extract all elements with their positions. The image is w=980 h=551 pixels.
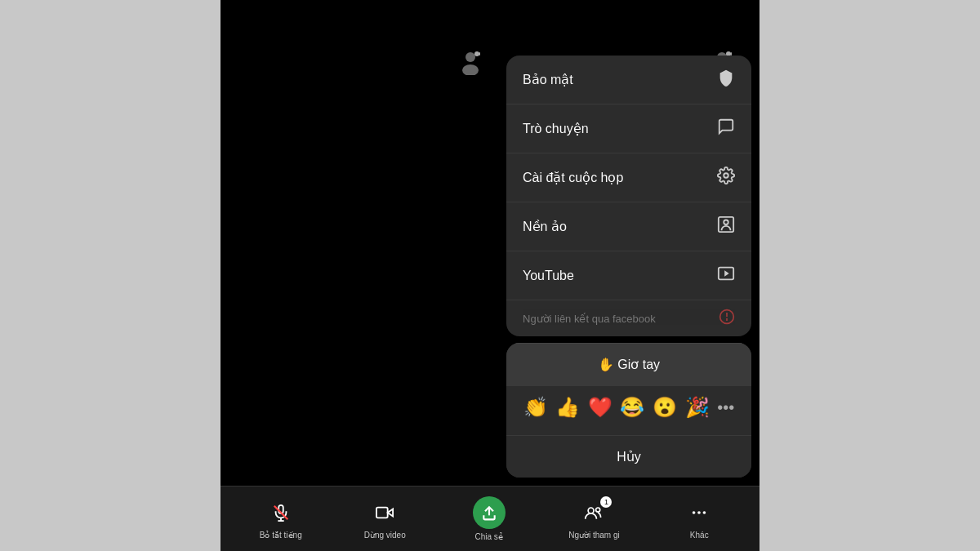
svg-point-8 xyxy=(724,220,728,225)
toolbar-mute[interactable]: Bỏ tắt tiếng xyxy=(256,498,305,540)
menu-item-chat[interactable]: Trò chuyện xyxy=(506,104,751,153)
raise-hand-button[interactable]: ✋ Giơ tay xyxy=(506,343,751,385)
menu-item-settings[interactable]: Cài đặt cuộc họp xyxy=(506,153,751,202)
svg-point-22 xyxy=(596,508,600,512)
svg-point-25 xyxy=(703,511,706,514)
context-panel: Bảo mật Trò chuyện xyxy=(506,56,751,478)
menu-item-youtube[interactable]: YouTube xyxy=(506,251,751,300)
toolbar-video[interactable]: Dừng video xyxy=(360,498,409,540)
chat-icon xyxy=(717,118,735,140)
svg-point-23 xyxy=(693,511,696,514)
participants-badge: 1 xyxy=(600,496,612,508)
person-square-icon xyxy=(717,216,735,238)
svg-point-0 xyxy=(466,52,475,62)
svg-rect-19 xyxy=(376,508,388,518)
video-icon xyxy=(370,498,399,527)
menu-item-virtual-bg[interactable]: Nền ảo xyxy=(506,202,751,251)
share-icon xyxy=(473,496,506,529)
toolbar-participants[interactable]: 1 Người tham gi xyxy=(568,498,620,540)
svg-point-24 xyxy=(697,511,701,514)
emoji-laugh[interactable]: 😂 xyxy=(620,396,644,419)
phone-frame: Bảo mật Trò chuyện xyxy=(220,0,760,551)
svg-marker-10 xyxy=(724,270,729,276)
gear-icon xyxy=(717,167,735,189)
bottom-toolbar: Bỏ tắt tiếng Dừng video xyxy=(220,486,760,551)
cancel-button[interactable]: Hủy xyxy=(506,435,751,478)
participant-icon-left xyxy=(457,49,483,81)
link-icon xyxy=(719,309,735,329)
svg-point-1 xyxy=(462,64,479,75)
emoji-clap[interactable]: 👏 xyxy=(523,396,548,419)
emoji-thumbsup[interactable]: 👍 xyxy=(555,396,580,419)
menu-section: Bảo mật Trò chuyện xyxy=(506,56,751,336)
svg-marker-18 xyxy=(388,509,393,516)
more-icon xyxy=(684,498,714,527)
mic-muted-icon xyxy=(266,498,296,527)
svg-point-6 xyxy=(724,173,728,178)
emoji-more-button[interactable]: ••• xyxy=(717,398,734,417)
participants-icon: 1 xyxy=(579,498,608,527)
play-icon xyxy=(717,264,735,287)
menu-item-security[interactable]: Bảo mật xyxy=(506,56,751,104)
bottom-section: ✋ Giơ tay 👏 👍 ❤️ 😂 😮 🎉 ••• Hủy xyxy=(506,343,751,478)
toolbar-share[interactable]: Chia sẻ xyxy=(465,496,514,541)
video-area: Bảo mật Trò chuyện xyxy=(220,0,760,551)
emoji-row: 👏 👍 ❤️ 😂 😮 🎉 ••• xyxy=(506,385,751,429)
emoji-celebrate[interactable]: 🎉 xyxy=(685,396,710,419)
emoji-wow[interactable]: 😮 xyxy=(653,396,677,419)
shield-icon xyxy=(717,69,735,91)
emoji-heart[interactable]: ❤️ xyxy=(588,396,612,419)
svg-point-21 xyxy=(589,508,595,513)
menu-item-partial[interactable]: Người liên kết qua facebook xyxy=(506,300,751,336)
toolbar-more[interactable]: Khác xyxy=(675,498,724,540)
